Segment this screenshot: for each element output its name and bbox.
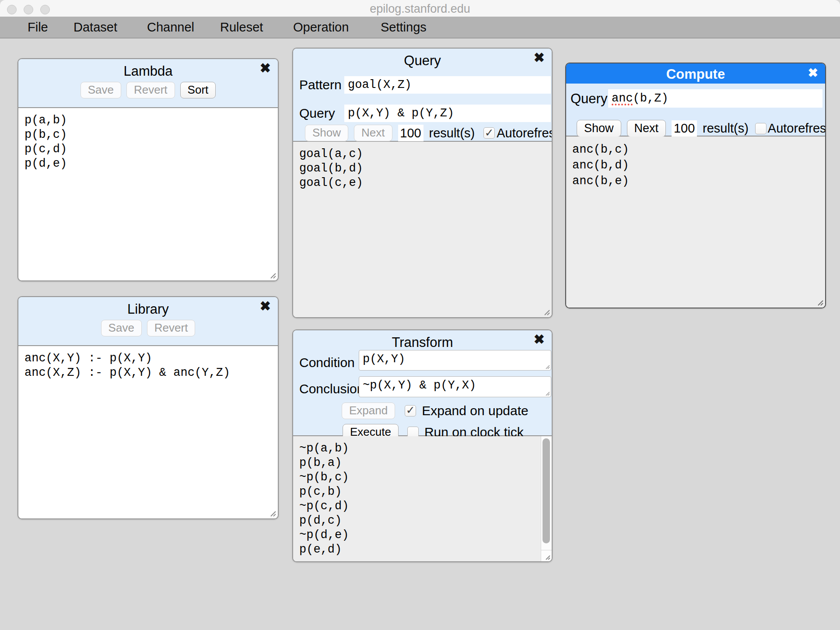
lambda-save-button[interactable]: Save (80, 82, 121, 98)
menu-dataset[interactable]: Dataset (74, 17, 117, 38)
compute-count-input[interactable] (672, 120, 697, 137)
query-header: Query ✖ Pattern Query Show Next result(s… (293, 49, 552, 142)
query-panel: Query ✖ Pattern Query Show Next result(s… (292, 48, 553, 318)
library-panel: Library ✖ Save Revert anc(X,Y) :- p(X,Y)… (18, 296, 279, 519)
scrollbar-corner (541, 550, 552, 561)
resize-grip-icon[interactable] (269, 272, 276, 279)
transform-results[interactable]: ~p(a,b) p(b,a) ~p(b,c) p(c,b) ~p(c,d) p(… (293, 436, 552, 561)
check-icon: ✓ (406, 405, 415, 416)
query-results-label: result(s) (429, 126, 475, 140)
query-pattern-input[interactable] (344, 76, 551, 94)
query-count-input[interactable] (398, 125, 424, 141)
transform-condition-label: Condition (299, 355, 355, 370)
query-results[interactable]: goal(a,c) goal(b,d) goal(c,e) (293, 142, 552, 317)
compute-query-input[interactable]: anc(b,Z) (608, 89, 822, 108)
compute-autorefresh-checkbox[interactable] (755, 123, 766, 134)
transform-header: Transform ✖ Condition p(X,Y) Conclusion … (293, 330, 552, 436)
query-query-label: Query (299, 106, 335, 121)
query-close-icon[interactable]: ✖ (534, 51, 545, 64)
compute-panel: Compute ✖ Query anc(b,Z) Show Next resul… (565, 63, 826, 308)
menu-ruleset[interactable]: Ruleset (220, 17, 263, 38)
scrollbar-thumb[interactable] (542, 438, 550, 543)
compute-results-text: anc(b,c) anc(b,d) anc(b,e) (566, 136, 825, 194)
compute-next-button[interactable]: Next (627, 120, 666, 137)
textarea-resize-grip-icon[interactable] (545, 364, 550, 369)
titlebar: epilog.stanford.edu (0, 0, 840, 17)
transform-panel: Transform ✖ Condition p(X,Y) Conclusion … (292, 329, 553, 562)
resize-grip-icon[interactable] (816, 299, 824, 306)
compute-query-misspelled-word: anc (612, 92, 633, 105)
lambda-revert-button[interactable]: Revert (126, 82, 175, 98)
compute-titlebar: Compute ✖ (566, 63, 825, 84)
lambda-sort-button[interactable]: Sort (180, 82, 216, 98)
compute-header: Query anc(b,Z) Show Next result(s) Autor… (566, 84, 825, 136)
transform-conclusion-label: Conclusion (299, 382, 364, 396)
compute-autorefresh-label: Autorefresh (768, 121, 826, 136)
menubar: File Dataset Channel Ruleset Operation S… (0, 17, 840, 38)
library-title: Library (18, 301, 278, 317)
compute-title: Compute (566, 66, 825, 82)
resize-grip-icon[interactable] (543, 308, 550, 316)
query-autorefresh-label: Autorefresh (497, 126, 553, 140)
library-save-button[interactable]: Save (101, 320, 142, 336)
textarea-resize-grip-icon[interactable] (545, 391, 550, 396)
compute-query-label: Query (570, 91, 607, 107)
transform-conclusion-input[interactable]: ~p(X,Y) & p(Y,X) (359, 376, 551, 397)
lambda-title: Lambda (18, 63, 278, 79)
window-title: epilog.stanford.edu (0, 2, 840, 16)
transform-expand-on-update-label: Expand on update (422, 403, 528, 418)
query-results-text: goal(a,c) goal(b,d) goal(c,e) (293, 142, 552, 196)
transform-condition-input[interactable]: p(X,Y) (359, 350, 551, 371)
menu-operation[interactable]: Operation (293, 17, 349, 38)
query-title: Query (293, 53, 552, 69)
transform-conclusion-value: ~p(X,Y) & p(Y,X) (363, 379, 476, 392)
lambda-editor-text: p(a,b) p(b,c) p(c,d) p(d,e) (18, 108, 278, 176)
compute-show-button[interactable]: Show (577, 120, 621, 137)
menu-settings[interactable]: Settings (381, 17, 427, 38)
library-editor[interactable]: anc(X,Y) :- p(X,Y) anc(X,Z) :- p(X,Y) & … (18, 346, 278, 518)
lambda-close-icon[interactable]: ✖ (260, 62, 271, 75)
transform-close-icon[interactable]: ✖ (534, 333, 545, 346)
query-show-button[interactable]: Show (305, 125, 348, 141)
query-pattern-label: Pattern (299, 77, 342, 92)
menu-channel[interactable]: Channel (147, 17, 194, 38)
transform-expand-button[interactable]: Expand (342, 402, 395, 419)
query-query-input[interactable] (344, 105, 551, 122)
lambda-panel: Lambda ✖ Save Revert Sort p(a,b) p(b,c) … (18, 58, 279, 281)
library-editor-text: anc(X,Y) :- p(X,Y) anc(X,Z) :- p(X,Y) & … (18, 346, 278, 385)
resize-grip-icon[interactable] (269, 510, 276, 517)
transform-expand-on-update-checkbox[interactable]: ✓ (405, 405, 416, 416)
compute-results-label: result(s) (703, 121, 749, 136)
library-revert-button[interactable]: Revert (147, 320, 196, 336)
transform-results-text: ~p(a,b) p(b,a) ~p(b,c) p(c,b) ~p(c,d) p(… (293, 436, 552, 561)
transform-title: Transform (293, 335, 552, 350)
compute-close-icon[interactable]: ✖ (808, 67, 818, 79)
compute-query-rest: (b,Z) (633, 92, 668, 105)
resize-grip-icon[interactable] (545, 554, 551, 560)
browser-window: epilog.stanford.edu File Dataset Channel… (0, 0, 840, 630)
library-close-icon[interactable]: ✖ (260, 300, 271, 313)
library-header: Library ✖ Save Revert (18, 297, 278, 346)
menu-file[interactable]: File (28, 17, 48, 38)
scrollbar-track[interactable] (541, 436, 552, 550)
lambda-editor[interactable]: p(a,b) p(b,c) p(c,d) p(d,e) (18, 108, 278, 280)
compute-results[interactable]: anc(b,c) anc(b,d) anc(b,e) (566, 136, 825, 308)
check-icon: ✓ (485, 127, 494, 138)
transform-condition-value: p(X,Y) (363, 353, 405, 366)
lambda-header: Lambda ✖ Save Revert Sort (18, 59, 278, 108)
query-next-button[interactable]: Next (354, 125, 392, 141)
query-autorefresh-checkbox[interactable]: ✓ (483, 127, 495, 139)
